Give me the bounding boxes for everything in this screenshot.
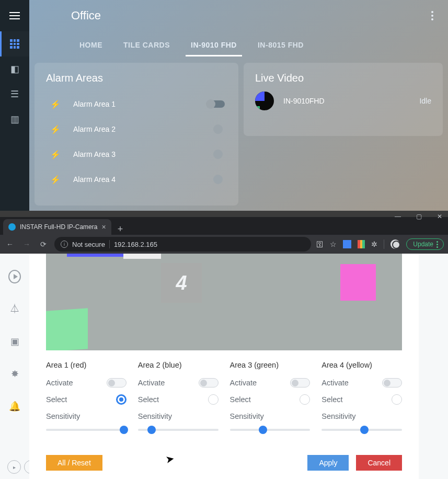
sidebar-item-list[interactable]: ☰ (0, 82, 29, 107)
activate-switch-2[interactable] (199, 378, 219, 387)
area-title: Area 1 (red) (46, 361, 127, 369)
alarm-label: Alarm Area 4 (73, 175, 213, 184)
bolt-icon: ⚡ (49, 99, 62, 109)
bolt-icon: ⚡ (49, 124, 62, 134)
browser-window: — ▢ ✕ INSTAR Full-HD IP-Camera × + ← → ⟳… (0, 211, 448, 479)
select-radio-4[interactable] (392, 394, 402, 405)
translate-icon[interactable] (343, 240, 351, 248)
browser-tabstrip: INSTAR Full-HD IP-Camera × + (0, 217, 448, 235)
sidebar-item-chart[interactable]: ▥ (0, 107, 29, 132)
camera-name: IN-9010FHD (283, 97, 410, 105)
live-heading: Live Video (255, 72, 431, 84)
activate-label: Activate (321, 379, 349, 387)
area-overlay-4[interactable]: 4 (161, 263, 202, 303)
list-icon: ☰ (10, 89, 19, 99)
rail-image[interactable]: ▣ (8, 335, 21, 348)
reload-button[interactable]: ⟳ (38, 238, 49, 250)
rail-play[interactable] (8, 270, 21, 283)
activate-switch-3[interactable] (290, 378, 310, 387)
area-title: Area 3 (green) (230, 361, 311, 369)
window-minimize-button[interactable]: — (393, 213, 403, 220)
security-status: Not secure (72, 241, 105, 248)
window-titlebar: — ▢ ✕ (0, 211, 448, 217)
back-button[interactable]: ← (4, 238, 16, 250)
select-radio-1[interactable] (116, 394, 127, 405)
rail-settings[interactable]: ✸ (8, 368, 21, 380)
window-maximize-button[interactable]: ▢ (413, 213, 424, 220)
alarm-label: Alarm Area 1 (73, 100, 207, 108)
window-close-button[interactable]: ✕ (434, 213, 445, 220)
site-info-icon[interactable]: i (61, 241, 68, 248)
apply-button[interactable]: Apply (307, 455, 349, 471)
rail-alarm[interactable]: 🔔 (8, 400, 21, 413)
menu-button[interactable] (0, 0, 29, 31)
url-text: 192.168.2.165 (114, 241, 157, 248)
alarm-radio-4[interactable] (213, 175, 223, 184)
activate-switch-1[interactable] (107, 378, 127, 387)
alarm-toggle-1[interactable] (207, 100, 225, 108)
select-label: Select (138, 395, 159, 404)
bolt-icon: ⚡ (49, 175, 62, 185)
sensitivity-label: Sensitivity (230, 412, 264, 420)
extension-icon[interactable] (358, 240, 365, 248)
key-icon[interactable]: ⚿ (316, 240, 324, 248)
tab-in-8015[interactable]: IN-8015 FHD (247, 33, 314, 56)
alarm-heading: Alarm Areas (46, 72, 227, 84)
alarm-radio-2[interactable] (213, 124, 223, 134)
tab-tile-cards[interactable]: TILE CARDS (113, 33, 180, 56)
live-video-card: Live Video IN-9010FHD Idle (244, 63, 443, 136)
camera-thumbnail[interactable] (255, 92, 274, 110)
page-left-rail: ⏃ ▣ ✸ 🔔 (0, 254, 29, 479)
sensitivity-slider-4[interactable] (321, 429, 402, 431)
alarm-row-3: ⚡ Alarm Area 3 (46, 142, 227, 167)
alarm-row-1: ⚡ Alarm Area 1 (46, 92, 227, 117)
camera-preview[interactable]: 4 (46, 254, 402, 350)
sidebar-item-grid[interactable] (0, 31, 29, 56)
tab-home[interactable]: HOME (69, 33, 113, 56)
profile-avatar-icon[interactable] (390, 240, 400, 249)
rail-network[interactable]: ⏃ (8, 303, 21, 315)
tab-in-9010[interactable]: IN-9010 FHD (180, 33, 247, 56)
settings-gear-icon[interactable]: ✲ (371, 240, 377, 248)
forward-button[interactable]: → (21, 238, 32, 250)
update-button[interactable]: Update (406, 238, 444, 250)
page-title: Office (71, 9, 101, 22)
top-tabs: HOME TILE CARDS IN-9010 FHD IN-8015 FHD (29, 32, 448, 58)
area-column-1: Area 1 (red) Activate Select Sensitivity (46, 361, 127, 431)
browser-tab[interactable]: INSTAR Full-HD IP-Camera × (3, 219, 111, 235)
area-column-2: Area 2 (blue) Activate Select Sensitivit… (138, 361, 219, 431)
select-radio-2[interactable] (208, 394, 219, 405)
cancel-button[interactable]: Cancel (356, 455, 402, 471)
sensitivity-label: Sensitivity (138, 412, 172, 420)
alarm-label: Alarm Area 3 (73, 150, 213, 158)
camera-status: Idle (419, 97, 431, 105)
new-tab-button[interactable]: + (111, 224, 130, 235)
star-icon[interactable]: ☆ (330, 240, 337, 248)
activate-switch-4[interactable] (382, 378, 402, 387)
activate-label: Activate (230, 379, 257, 387)
favicon-icon (8, 223, 16, 231)
close-tab-button[interactable]: × (101, 223, 106, 231)
select-label: Select (46, 395, 67, 404)
footer-button-1[interactable]: ▸ (7, 460, 21, 474)
activate-label: Activate (46, 379, 73, 387)
sensitivity-slider-2[interactable] (138, 429, 219, 431)
sidebar-item-person[interactable]: ◧ (0, 56, 29, 82)
browser-toolbar: ← → ⟳ i Not secure 192.168.2.165 ⚿ ☆ ✲ U… (0, 235, 448, 254)
area-column-4: Area 4 (yellow) Activate Select Sensitiv… (321, 361, 402, 431)
address-bar[interactable]: i Not secure 192.168.2.165 (54, 237, 311, 252)
alarm-radio-3[interactable] (213, 150, 223, 159)
select-radio-3[interactable] (300, 394, 310, 405)
sensitivity-slider-1[interactable] (46, 429, 127, 431)
action-bar: All / Reset Apply Cancel (46, 455, 402, 471)
areas-panel: 4 Area 1 (red) Activate Select Sensitivi… (29, 254, 419, 479)
app-sidebar: ◧ ☰ ▥ (0, 0, 29, 211)
preview-note-pink (340, 264, 376, 301)
preview-note-green (46, 308, 88, 350)
more-menu-button[interactable] (427, 10, 438, 21)
sensitivity-slider-3[interactable] (230, 429, 311, 431)
all-reset-button[interactable]: All / Reset (46, 455, 102, 471)
bolt-icon: ⚡ (49, 150, 62, 159)
alarm-row-2: ⚡ Alarm Area 2 (46, 117, 227, 142)
kebab-icon (436, 244, 438, 245)
